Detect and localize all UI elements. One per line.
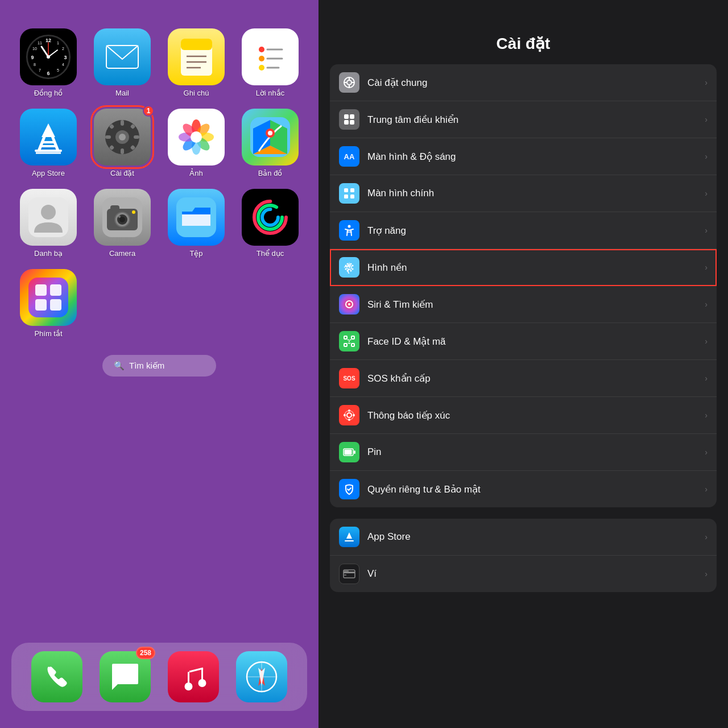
app-clock[interactable]: 12 3 6 9 1 2 4 5 7 8 10 11 <box>14 28 82 97</box>
settings-item-display[interactable]: AA Màn hình & Độ sáng › <box>330 138 717 175</box>
svg-rect-20 <box>181 39 212 50</box>
battery-chevron: › <box>705 448 708 457</box>
svg-point-117 <box>348 303 350 305</box>
svg-rect-40 <box>105 135 111 139</box>
wallpaper-icon <box>339 257 359 278</box>
app-reminders-label: Lời nhắc <box>256 89 285 97</box>
app-contacts[interactable]: Danh bạ <box>14 189 82 258</box>
settings-item-wallet[interactable]: Ví › <box>330 556 717 592</box>
search-icon: 🔍 <box>114 361 125 371</box>
app-settings[interactable]: 1 Cài đặt <box>88 109 156 177</box>
svg-point-111 <box>350 270 352 272</box>
wallpaper-chevron: › <box>705 263 708 272</box>
svg-rect-120 <box>344 344 347 346</box>
app-appstore[interactable]: A App Store <box>14 109 82 177</box>
dock-music[interactable] <box>168 651 219 702</box>
svg-text:11: 11 <box>38 41 42 45</box>
settings-item-home-screen[interactable]: Màn hình chính › <box>330 175 717 212</box>
app-camera[interactable]: Camera <box>88 189 156 258</box>
exposure-chevron: › <box>705 411 708 420</box>
home-screen-icon <box>339 183 359 204</box>
svg-point-114 <box>345 268 347 270</box>
svg-text:6: 6 <box>47 71 49 76</box>
svg-point-126 <box>348 419 350 421</box>
settings-item-control-center[interactable]: Trung tâm điều khiển › <box>330 101 717 138</box>
settings-item-exposure[interactable]: Thông báo tiếp xúc › <box>330 397 717 434</box>
app-notes[interactable]: Ghi chú <box>162 28 230 97</box>
svg-rect-121 <box>351 344 354 346</box>
svg-point-113 <box>352 265 354 267</box>
svg-point-128 <box>353 414 355 416</box>
app-maps[interactable]: Bản đồ <box>236 109 304 177</box>
app-reminders[interactable]: Lời nhắc <box>236 28 304 97</box>
app-fitness-label: Thể dục <box>257 249 284 258</box>
app-shortcuts[interactable]: Phím tắt <box>14 269 82 338</box>
app-photos[interactable]: Ảnh <box>162 109 230 177</box>
svg-text:10: 10 <box>32 47 37 51</box>
svg-point-115 <box>352 268 354 270</box>
messages-badge: 258 <box>136 647 155 659</box>
dock-messages[interactable]: 258 <box>100 651 151 702</box>
siri-chevron: › <box>705 300 708 309</box>
svg-rect-130 <box>345 450 352 455</box>
svg-rect-41 <box>134 135 139 139</box>
app-settings-label: Cài đặt <box>110 169 134 177</box>
svg-rect-100 <box>344 120 349 125</box>
siri-label: Siri & Tìm kiếm <box>367 299 700 311</box>
svg-text:3: 3 <box>64 55 67 60</box>
settings-item-general[interactable]: Cài đặt chung › <box>330 64 717 101</box>
app-mail[interactable]: Mail <box>88 28 156 97</box>
settings-item-wallpaper[interactable]: Hình nền › <box>330 249 717 286</box>
settings-panel: Cài đặt Cài đặt chung › <box>318 0 728 728</box>
svg-rect-135 <box>344 570 349 572</box>
settings-item-battery[interactable]: Pin › <box>330 434 717 471</box>
svg-rect-81 <box>50 299 61 311</box>
wallet-label: Ví <box>367 568 700 580</box>
svg-rect-134 <box>344 572 355 573</box>
faceid-label: Face ID & Mật mã <box>367 336 700 348</box>
svg-point-109 <box>350 263 352 265</box>
appstore-settings-chevron: › <box>705 532 708 541</box>
svg-rect-77 <box>28 278 68 317</box>
svg-rect-98 <box>344 114 349 119</box>
app-fitness[interactable]: Thể dục <box>236 189 304 258</box>
app-grid: 12 3 6 9 1 2 4 5 7 8 10 11 <box>11 28 307 338</box>
svg-rect-80 <box>35 299 47 311</box>
svg-rect-34 <box>35 150 62 152</box>
app-shortcuts-label: Phím tắt <box>34 329 62 338</box>
settings-item-faceid[interactable]: Face ID & Mật mã › <box>330 323 717 360</box>
display-label: Màn hình & Độ sáng <box>367 151 700 163</box>
settings-item-siri[interactable]: Siri & Tìm kiếm › <box>330 286 717 323</box>
settings-item-appstore[interactable]: App Store › <box>330 519 717 556</box>
app-files-label: Tệp <box>189 249 202 258</box>
app-camera-label: Camera <box>109 249 135 258</box>
svg-point-127 <box>344 414 346 416</box>
search-bar[interactable]: 🔍 Tìm kiếm <box>102 355 216 377</box>
settings-group-1: Cài đặt chung › Trung tâm điều khiển › <box>330 64 717 507</box>
svg-rect-38 <box>121 120 124 126</box>
home-screen-chevron: › <box>705 189 708 198</box>
app-appstore-label: App Store <box>32 169 65 177</box>
home-screen-label: Màn hình chính <box>367 188 700 199</box>
dock-safari[interactable] <box>236 651 287 702</box>
svg-point-27 <box>259 65 264 71</box>
privacy-icon <box>339 479 359 499</box>
app-photos-label: Ảnh <box>189 169 202 177</box>
svg-point-26 <box>259 56 264 61</box>
svg-point-25 <box>259 47 264 52</box>
exposure-label: Thông báo tiếp xúc <box>367 410 700 421</box>
settings-item-privacy[interactable]: Quyền riêng tư & Bảo mật › <box>330 471 717 507</box>
svg-rect-66 <box>110 205 119 211</box>
svg-text:7: 7 <box>39 68 41 72</box>
settings-header: Cài đặt <box>318 0 728 64</box>
battery-label: Pin <box>367 446 700 458</box>
battery-icon <box>339 442 359 462</box>
faceid-icon <box>339 331 359 351</box>
settings-item-accessibility[interactable]: Trợ năng › <box>330 212 717 249</box>
settings-item-sos[interactable]: SOS SOS khẩn cấp › <box>330 360 717 397</box>
app-notes-label: Ghi chú <box>184 89 209 97</box>
appstore-settings-label: App Store <box>367 531 700 543</box>
svg-rect-105 <box>350 195 354 198</box>
app-files[interactable]: Tệp <box>162 189 230 258</box>
dock-phone[interactable] <box>31 651 82 702</box>
